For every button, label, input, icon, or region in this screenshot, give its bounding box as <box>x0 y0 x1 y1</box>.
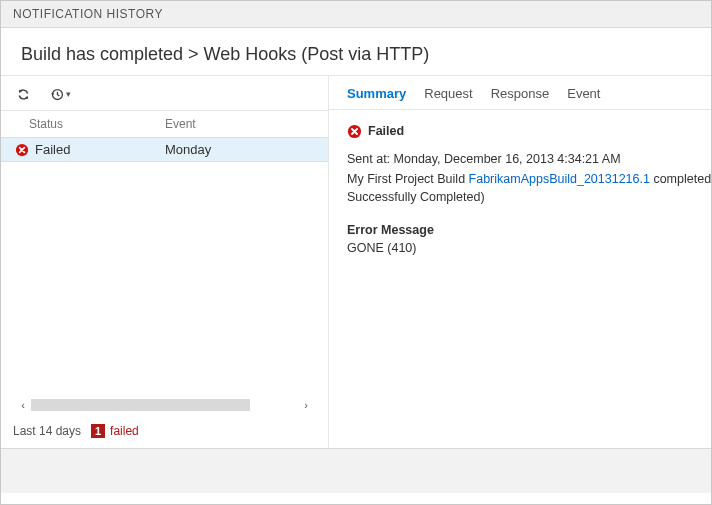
summary-panel: Failed Sent at: Monday, December 16, 201… <box>329 110 711 269</box>
list-toolbar: ▾ <box>1 76 328 111</box>
sent-at-label: Sent at: <box>347 152 394 166</box>
scroll-track[interactable] <box>31 398 298 412</box>
scroll-thumb[interactable] <box>31 399 250 411</box>
refresh-button[interactable] <box>15 86 31 102</box>
sent-at-value: Monday, December 16, 2013 4:34:21 AM <box>394 152 621 166</box>
tab-request[interactable]: Request <box>424 86 472 101</box>
error-message-header: Error Message <box>347 221 693 239</box>
scroll-right-arrow[interactable]: › <box>298 399 314 411</box>
breadcrumb-text: Build has completed > Web Hooks (Post vi… <box>21 44 429 64</box>
column-header-status[interactable]: Status <box>15 117 165 131</box>
sent-at-line: Sent at: Monday, December 16, 2013 4:34:… <box>347 150 693 168</box>
build-line-prefix: My First Project Build <box>347 172 469 186</box>
error-message-body: GONE (410) <box>347 239 693 257</box>
row-status-text: Failed <box>35 142 70 157</box>
chevron-down-icon: ▾ <box>66 89 71 99</box>
refresh-icon <box>16 87 31 102</box>
range-label: Last 14 days <box>13 424 81 438</box>
failed-label: failed <box>110 424 139 438</box>
scroll-left-arrow[interactable]: ‹ <box>15 399 31 411</box>
detail-tabs: Summary Request Response Event <box>329 76 711 110</box>
detail-pane: Summary Request Response Event Failed Se… <box>329 76 711 448</box>
grid-header: Status Event <box>1 111 328 137</box>
tab-event[interactable]: Event <box>567 86 600 101</box>
window-footer <box>1 448 711 493</box>
detail-status-text: Failed <box>368 122 404 140</box>
history-dropdown[interactable]: ▾ <box>49 87 71 102</box>
build-link[interactable]: FabrikamAppsBuild_20131216.1 <box>469 172 650 186</box>
tab-summary[interactable]: Summary <box>347 86 406 101</box>
history-icon <box>49 87 64 102</box>
tab-response[interactable]: Response <box>491 86 550 101</box>
window-title: NOTIFICATION HISTORY <box>13 7 163 21</box>
build-line-1: My First Project Build FabrikamAppsBuild… <box>347 170 693 188</box>
detail-status-row: Failed <box>347 122 693 140</box>
list-empty-space <box>1 162 328 390</box>
build-line-2: Successfully Completed) <box>347 188 693 206</box>
list-status-bar: Last 14 days 1 failed <box>1 418 328 448</box>
column-header-event[interactable]: Event <box>165 117 314 131</box>
main-content: ▾ Status Event Failed Monday ‹ › <box>1 76 711 448</box>
row-event-text: Monday <box>165 142 314 157</box>
failed-count-badge: 1 <box>91 424 105 438</box>
error-icon <box>347 124 362 139</box>
build-line-suffix: completed (Status: Successfully Complete… <box>650 172 711 186</box>
history-list-pane: ▾ Status Event Failed Monday ‹ › <box>1 76 329 448</box>
horizontal-scrollbar[interactable]: ‹ › <box>9 396 320 414</box>
window-title-bar: NOTIFICATION HISTORY <box>1 1 711 28</box>
breadcrumb: Build has completed > Web Hooks (Post vi… <box>1 28 711 76</box>
table-row[interactable]: Failed Monday <box>1 137 328 162</box>
error-icon <box>15 143 29 157</box>
